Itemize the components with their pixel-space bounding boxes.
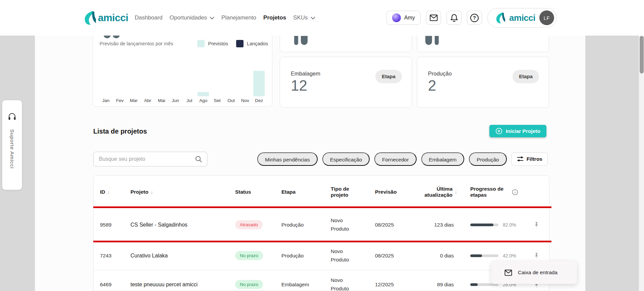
stat-card-embalagem: Embalagem 12 Etapa bbox=[280, 57, 412, 108]
plus-circle-icon bbox=[495, 128, 502, 135]
pin-icon[interactable] bbox=[534, 222, 539, 228]
table-row[interactable]: 6469teste pneuuuu percet amicciNo prazoE… bbox=[94, 270, 549, 291]
cell-previsao: 08/2025 bbox=[375, 253, 416, 259]
cell-project: teste pneuuuu percet amicci bbox=[130, 282, 235, 288]
filter-chip[interactable]: Minhas pendências bbox=[257, 152, 318, 166]
cell-progresso: 42.0% bbox=[467, 253, 524, 258]
month-tick: Fev bbox=[113, 98, 127, 103]
progress-percent: 82.0% bbox=[503, 222, 516, 228]
col-header-project[interactable]: Projeto↓ bbox=[130, 189, 235, 195]
help-icon: ? bbox=[470, 14, 479, 22]
support-tab[interactable]: Suporte Amicci bbox=[2, 100, 22, 190]
cutoff-stat-digits bbox=[435, 36, 439, 45]
filter-chip[interactable]: Embalagem bbox=[421, 152, 465, 166]
amy-label: Amy bbox=[404, 15, 415, 21]
projects-table: ID↓ Projeto↓ Status Etapa Tipo de projet… bbox=[93, 175, 549, 291]
headset-icon bbox=[8, 112, 16, 121]
status-badge: Atrasado bbox=[235, 220, 263, 229]
cell-project: CS Seller - Salgadinhos bbox=[130, 222, 235, 228]
search-input[interactable] bbox=[99, 156, 195, 162]
month-tick: Nov bbox=[238, 98, 252, 103]
filters-button[interactable]: Filtros bbox=[512, 152, 548, 166]
progress-bar bbox=[470, 254, 498, 257]
cell-id: 6469 bbox=[100, 282, 130, 288]
info-icon[interactable] bbox=[512, 189, 518, 195]
col-header-status: Status bbox=[235, 189, 281, 195]
filter-chip[interactable]: Especificação bbox=[322, 152, 370, 166]
nav-item-oportunidades[interactable]: Oportunidades bbox=[170, 14, 215, 21]
nav-item-dashboard[interactable]: Dashboard bbox=[135, 14, 162, 21]
sort-desc-icon: ↓ bbox=[107, 189, 110, 195]
table-header-row: ID↓ Projeto↓ Status Etapa Tipo de projet… bbox=[94, 176, 549, 208]
sort-desc-icon: ↓ bbox=[150, 189, 153, 195]
month-axis: JanFevMarAbrMaiJunJulAgoSetOutNovDez bbox=[99, 98, 266, 103]
cell-etapa: Produção bbox=[281, 222, 331, 228]
scrollbar-thumb[interactable] bbox=[640, 36, 644, 74]
table-row[interactable]: 9589CS Seller - SalgadinhosAtrasadoProdu… bbox=[94, 208, 549, 241]
account-menu[interactable]: amicci LF bbox=[487, 8, 557, 28]
filter-chip[interactable]: Fornecedor bbox=[374, 152, 416, 166]
month-tick: Jun bbox=[169, 98, 183, 103]
cutoff-stat-card bbox=[417, 36, 549, 52]
status-badge: No prazo bbox=[235, 280, 263, 289]
cell-tipo: Novo Produto bbox=[331, 247, 375, 263]
status-badge: No prazo bbox=[235, 251, 263, 260]
amicci-logo[interactable]: amicci bbox=[83, 10, 128, 25]
cell-etapa: Embalagem bbox=[281, 282, 331, 288]
inbox-tooltip-label: Caixa de entrada bbox=[518, 270, 557, 276]
search-icon[interactable] bbox=[195, 155, 202, 163]
col-header-tipo: Tipo de projeto bbox=[331, 186, 375, 198]
cell-atualizacao: 123 dias bbox=[416, 222, 467, 228]
main-nav: DashboardOportunidadesPlanejamentoProjet… bbox=[135, 14, 315, 21]
col-header-atualizacao[interactable]: Última atualização↓ bbox=[416, 186, 467, 198]
progress-percent: 42.0% bbox=[503, 253, 516, 258]
tune-icon bbox=[517, 156, 524, 162]
legend-item: Previstos bbox=[197, 40, 228, 47]
month-tick: Ago bbox=[197, 98, 211, 103]
cell-atualizacao: 0 dias bbox=[416, 253, 467, 259]
col-header-id[interactable]: ID↓ bbox=[100, 189, 130, 195]
nav-item-planejamento[interactable]: Planejamento bbox=[221, 14, 256, 21]
progress-bar bbox=[470, 224, 498, 226]
col-header-etapa: Etapa bbox=[281, 189, 331, 195]
table-body: 9589CS Seller - SalgadinhosAtrasadoProdu… bbox=[94, 208, 549, 291]
bar-previstos bbox=[198, 92, 209, 96]
month-tick: Abr bbox=[141, 98, 155, 103]
amy-assistant-button[interactable]: Amy bbox=[386, 11, 421, 25]
amicci-logo-icon bbox=[495, 12, 505, 24]
cell-pin bbox=[524, 222, 549, 228]
mail-button[interactable] bbox=[426, 11, 441, 25]
amicci-logo-icon bbox=[83, 10, 96, 25]
month-tick: Out bbox=[224, 98, 238, 103]
filter-chip[interactable]: Produção bbox=[469, 152, 506, 166]
page-title: Lista de projetos bbox=[93, 128, 147, 135]
stat-card-badge: Etapa bbox=[375, 70, 402, 83]
bar-previstos bbox=[253, 71, 265, 96]
sort-desc-icon: ↓ bbox=[454, 189, 457, 195]
help-button[interactable]: ? bbox=[467, 11, 482, 25]
filters-label: Filtros bbox=[527, 156, 542, 162]
notifications-button[interactable] bbox=[446, 11, 462, 25]
inbox-tooltip[interactable]: Caixa de entrada bbox=[491, 261, 577, 284]
amy-avatar bbox=[392, 13, 401, 22]
pin-icon[interactable] bbox=[534, 252, 539, 259]
month-tick: Set bbox=[210, 98, 224, 103]
cell-etapa: Produção bbox=[281, 253, 331, 259]
col-header-progresso: Progresso de etapas bbox=[467, 186, 524, 198]
top-header: amicci DashboardOportunidadesPlanejament… bbox=[0, 0, 644, 36]
start-project-label: Iniciar Projeto bbox=[506, 128, 540, 134]
bar-chart bbox=[99, 71, 266, 96]
legend-item: Lançados bbox=[236, 40, 268, 47]
account-avatar: LF bbox=[539, 10, 554, 25]
page-scrollbar[interactable] bbox=[639, 36, 644, 291]
chart-title: Previsão de lançamentos por mês bbox=[100, 41, 173, 46]
cell-progresso: 82.0% bbox=[467, 222, 524, 228]
nav-item-skus[interactable]: SKUs bbox=[293, 14, 315, 21]
stat-card-value: 12 bbox=[291, 77, 307, 94]
cutoff-stat-digits bbox=[301, 36, 308, 45]
start-project-button[interactable]: Iniciar Projeto bbox=[489, 125, 546, 137]
nav-item-projetos[interactable]: Projetos bbox=[263, 14, 286, 21]
stat-card-badge: Etapa bbox=[513, 70, 539, 83]
table-row[interactable]: 7243Curativo LalakaNo prazoProduçãoNovo … bbox=[94, 241, 549, 270]
cell-tipo: Novo Produto bbox=[331, 276, 375, 291]
